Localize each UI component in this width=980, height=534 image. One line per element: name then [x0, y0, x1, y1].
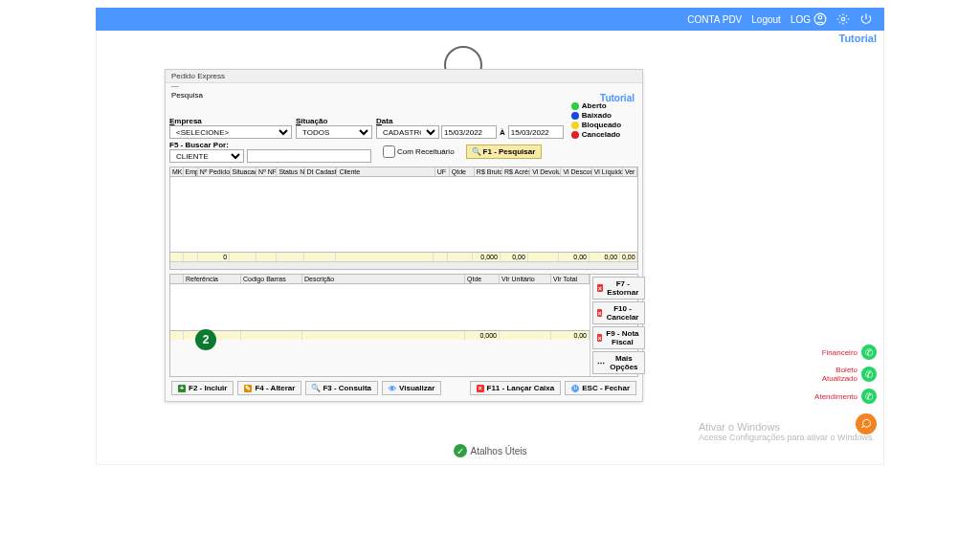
- log-link[interactable]: LOG: [791, 12, 827, 26]
- pesquisar-button[interactable]: 🔍 F1 - Pesquisar: [466, 145, 543, 159]
- dialog-button-bar: +F2 - Incluir ✎F4 - Alterar 🔍F3 - Consul…: [169, 377, 638, 397]
- itens-col-header[interactable]: Descrição: [302, 275, 465, 283]
- empresa-label: EEmpresampresa: [169, 117, 292, 125]
- itens-total-cell: [302, 331, 465, 340]
- grid-total-cell: [434, 253, 448, 261]
- x-icon: ×: [477, 385, 484, 392]
- empresa-select[interactable]: <SELECIONE>: [169, 125, 292, 139]
- grid-col-header[interactable]: Vl Devoluç: [530, 167, 561, 176]
- grid-col-header[interactable]: Vl Líquido: [592, 167, 623, 176]
- grid-col-header[interactable]: Qtde: [450, 167, 475, 176]
- grid-hscrollbar[interactable]: [170, 261, 637, 269]
- x-icon: ×: [597, 309, 602, 317]
- gear-icon: [836, 12, 850, 26]
- itens-col-header[interactable]: Referência: [184, 275, 241, 283]
- date-to-input[interactable]: [508, 125, 564, 139]
- receituario-text: Com Receituário: [397, 147, 455, 156]
- check-icon: ✓: [454, 444, 467, 457]
- itens-col-header[interactable]: [170, 275, 184, 283]
- financeiro-pill[interactable]: Financeiro✆: [822, 345, 877, 360]
- settings-button[interactable]: [836, 12, 850, 26]
- account-label[interactable]: CONTA PDV: [687, 14, 742, 25]
- tutorial-link-top[interactable]: Tutorial: [838, 33, 877, 44]
- power-icon: [859, 12, 873, 26]
- boleto-pill[interactable]: BoletoAtualizado✆: [822, 366, 877, 383]
- x-icon: ×: [597, 334, 602, 342]
- itens-col-header[interactable]: Qtde: [465, 275, 500, 283]
- pedidos-grid[interactable]: MKEmpNº PedidoSituacaoNº NFStatus NFDt C…: [169, 167, 638, 270]
- whatsapp-icon: ✆: [861, 367, 877, 382]
- windows-watermark: Ativar o Windows Acesse Configurações pa…: [699, 421, 875, 442]
- logout-link[interactable]: Logout: [751, 14, 781, 25]
- data-tipo-select[interactable]: CADASTRO: [376, 125, 439, 139]
- f7-estornar-button[interactable]: ×F7 - Estornar: [592, 277, 645, 300]
- grid-col-header[interactable]: Dt Cadastro: [305, 167, 338, 176]
- f11-lancar-caixa-button[interactable]: ×F11 - Lançar Caixa: [470, 381, 562, 395]
- grid-total-cell: [277, 253, 304, 261]
- search-icon: 🔍: [473, 148, 480, 156]
- whatsapp-icon: ✆: [861, 389, 877, 404]
- f2-incluir-button[interactable]: +F2 - Incluir: [171, 381, 234, 395]
- itens-col-header[interactable]: Codigo Barras: [241, 275, 302, 283]
- grid-total-cell: 0,00: [620, 253, 637, 261]
- itens-total-cell: [500, 331, 551, 340]
- grid-col-header[interactable]: Nº Pedido: [198, 167, 231, 176]
- visualizar-button[interactable]: 👁Visualizar: [382, 381, 441, 395]
- f9-nota-fiscal-button[interactable]: ×F9 - Nota Fiscal: [592, 326, 645, 349]
- date-from-input[interactable]: [441, 125, 497, 139]
- x-icon: ×: [597, 284, 603, 292]
- itens-grid-body[interactable]: [170, 284, 590, 330]
- atalhos-uteis-link[interactable]: ✓ Atalhos Úteis: [96, 444, 884, 457]
- situacao-label: Situação: [296, 117, 372, 125]
- esc-fechar-button[interactable]: ⏻ESC - Fechar: [565, 381, 636, 395]
- atendimento-pill[interactable]: Atendimento✆: [814, 389, 877, 404]
- grid-total-cell: 0,00: [501, 253, 528, 261]
- edit-icon: ✎: [244, 385, 252, 392]
- grid-col-header[interactable]: Vl Descont: [561, 167, 591, 176]
- grid-total-cell: [304, 253, 337, 261]
- legend-baixado: Baixado: [582, 111, 612, 120]
- buscar-input[interactable]: [247, 149, 371, 163]
- grid-total-cell: 0,00: [559, 253, 590, 261]
- itens-col-header[interactable]: Vlr Unitário: [500, 275, 551, 283]
- search-icon: 🔍: [312, 385, 320, 392]
- itens-total-cell: [241, 331, 302, 340]
- situacao-select[interactable]: TODOS: [296, 125, 372, 139]
- dot-aberto-icon: [571, 102, 579, 110]
- f10-cancelar-button[interactable]: ×F10 - Cancelar: [592, 301, 645, 324]
- grid-col-header[interactable]: R$ Acrés: [502, 167, 530, 176]
- grid-col-header[interactable]: Situacao: [231, 167, 257, 176]
- pedidos-grid-body[interactable]: [170, 177, 637, 252]
- status-legend: Aberto Baixado Bloqueado Cancelado: [571, 101, 621, 139]
- grid-total-cell: [230, 253, 256, 261]
- itens-col-header[interactable]: Vlr Total: [551, 275, 590, 283]
- mais-opcoes-button[interactable]: ⋯Mais Opções: [592, 351, 645, 374]
- buscar-tipo-select[interactable]: CLIENTE: [169, 149, 244, 163]
- legend-bloqueado: Bloqueado: [582, 121, 621, 129]
- tutorial-link-dialog[interactable]: Tutorial: [600, 93, 635, 103]
- topbar: CONTA PDV Logout LOG: [96, 8, 884, 31]
- grid-col-header[interactable]: Cliente: [337, 167, 434, 176]
- date-sep: À: [499, 128, 506, 137]
- receituario-input[interactable]: [383, 145, 395, 158]
- itens-total-cell: [170, 331, 184, 340]
- atalhos-label: Atalhos Úteis: [471, 446, 527, 456]
- grid-col-header[interactable]: R$ Bruto: [475, 167, 502, 176]
- dialog-collapse-button[interactable]: —: [171, 81, 179, 90]
- user-circle-icon: [813, 12, 827, 26]
- f4-alterar-button[interactable]: ✎F4 - Alterar: [237, 381, 301, 395]
- grid-col-header[interactable]: MK: [170, 167, 184, 176]
- power-button[interactable]: [859, 12, 873, 26]
- options-icon: ⋯: [597, 359, 605, 367]
- grid-col-header[interactable]: Nº NF: [256, 167, 277, 176]
- receituario-checkbox[interactable]: Com Receituário: [383, 145, 455, 158]
- f3-consulta-button[interactable]: 🔍F3 - Consulta: [305, 381, 378, 395]
- grid-col-header[interactable]: UF: [435, 167, 450, 176]
- grid-total-cell: [184, 253, 198, 261]
- grid-col-header[interactable]: Status NF: [277, 167, 304, 176]
- grid-col-header[interactable]: Emp: [184, 167, 198, 176]
- pedido-express-dialog: Pedido Express — Tutorial Pesquisa EEmpr…: [165, 69, 643, 402]
- grid-col-header[interactable]: Ver: [623, 167, 637, 176]
- data-label: Data: [376, 117, 564, 125]
- grid-total-cell: [256, 253, 277, 261]
